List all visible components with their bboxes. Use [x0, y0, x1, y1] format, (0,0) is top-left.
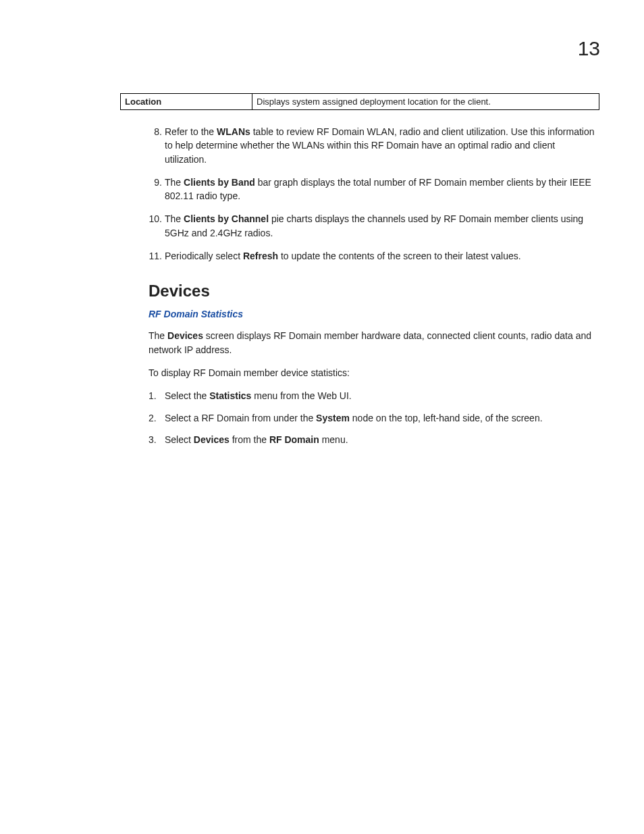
- paragraph: The Devices screen displays RF Domain me…: [149, 329, 599, 357]
- list-item: 10. The Clients by Channel pie charts di…: [149, 212, 599, 240]
- list-text: to update the contents of the screen to …: [278, 251, 521, 261]
- list-number: 1.: [149, 389, 159, 402]
- para-text: The: [149, 330, 167, 341]
- list-text: Select the: [165, 390, 209, 401]
- list-item: 9. The Clients by Band bar graph display…: [149, 176, 599, 203]
- list-bold: RF Domain: [269, 434, 319, 445]
- list-bold: WLANs: [217, 126, 250, 137]
- list-item: 1. Select the Statistics menu from the W…: [149, 389, 599, 402]
- page-content: Location Displays system assigned deploy…: [120, 93, 599, 454]
- list-number: 11.: [144, 249, 162, 263]
- list-number: 8.: [144, 125, 162, 138]
- table-desc-cell: Displays system assigned deployment loca…: [252, 94, 599, 110]
- list-text: menu.: [319, 434, 348, 445]
- list-bold: System: [316, 413, 350, 423]
- table-row: Location Displays system assigned deploy…: [121, 94, 599, 110]
- list-text: from the: [230, 434, 269, 445]
- list-text: The: [165, 177, 184, 188]
- paragraph: To display RF Domain member device stati…: [149, 366, 599, 380]
- list-number: 3.: [149, 433, 159, 446]
- list-item: 3. Select Devices from the RF Domain men…: [149, 433, 599, 446]
- list-number: 10.: [144, 212, 162, 226]
- list-text: Refer to the: [165, 126, 217, 137]
- location-table: Location Displays system assigned deploy…: [120, 93, 599, 110]
- list-text: node on the top, left-hand side, of the …: [350, 413, 543, 423]
- list-number: 2.: [149, 411, 159, 425]
- list-number: 9.: [144, 176, 162, 189]
- list-text: Periodically select: [165, 251, 243, 261]
- table-label-cell: Location: [121, 94, 252, 110]
- list-text: Select a RF Domain from under the: [165, 413, 316, 423]
- list-bold: Refresh: [243, 251, 278, 261]
- list-bold: Clients by Band: [184, 177, 255, 188]
- list-item: 8. Refer to the WLANs table to review RF…: [149, 125, 599, 166]
- section-heading-devices: Devices: [149, 282, 599, 301]
- para-bold: Devices: [167, 330, 203, 341]
- list-text: Select: [165, 434, 194, 445]
- list-bold: Clients by Channel: [184, 213, 269, 224]
- list-item: 11. Periodically select Refresh to updat…: [149, 249, 599, 263]
- para-text: screen displays RF Domain member hardwar…: [149, 330, 591, 355]
- numbered-list-steps: 1. Select the Statistics menu from the W…: [149, 389, 599, 446]
- list-text: The: [165, 213, 184, 224]
- breadcrumb-link[interactable]: RF Domain Statistics: [149, 309, 599, 319]
- list-item: 2. Select a RF Domain from under the Sys…: [149, 411, 599, 425]
- list-text: menu from the Web UI.: [251, 390, 351, 401]
- list-bold: Statistics: [209, 390, 251, 401]
- page-number: 13: [578, 37, 600, 60]
- numbered-list-top: 8. Refer to the WLANs table to review RF…: [149, 125, 599, 263]
- list-bold: Devices: [194, 434, 230, 445]
